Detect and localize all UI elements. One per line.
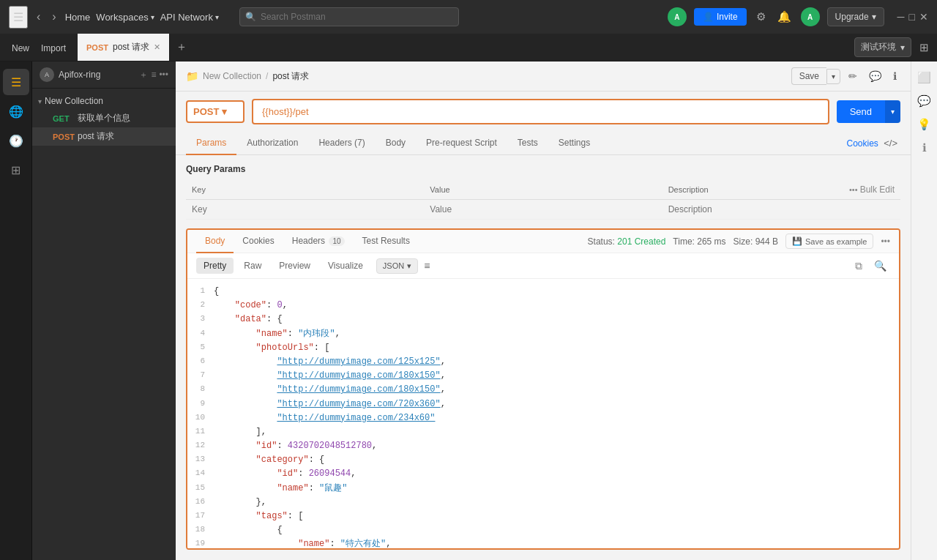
view-tab-preview[interactable]: Preview (272, 258, 318, 274)
code-line-1: 1 { (187, 285, 899, 299)
breadcrumb: 📁 New Collection / post 请求 Save ▾ ✏ 💬 ℹ (176, 61, 911, 92)
tab-headers[interactable]: Headers (7) (308, 132, 375, 155)
upgrade-button[interactable]: Upgrade ▾ (827, 7, 884, 26)
format-button[interactable]: ≡ (421, 258, 433, 273)
more-button[interactable]: ••• (159, 69, 168, 81)
tab-close-icon[interactable]: ✕ (154, 42, 160, 52)
sidebar-actions: ＋ ≡ ••• (139, 69, 168, 81)
topbar-right: A 👤 Invite ⚙ 🔔 A Upgrade ▾ ─ □ ✕ (668, 7, 928, 26)
right-panel-layout-btn[interactable]: ⬜ (914, 67, 935, 88)
desc-input[interactable] (668, 204, 895, 214)
code-button[interactable]: </> (881, 135, 900, 152)
send-dropdown-button[interactable]: ▾ (885, 100, 900, 123)
response-view-tabs: Pretty Raw Preview Visualize JSON ▾ ≡ ⧉ … (187, 253, 899, 279)
tab-params[interactable]: Params (186, 132, 236, 155)
mock-icon[interactable]: ⊞ (3, 157, 29, 183)
settings-icon[interactable]: ⚙ (754, 8, 768, 26)
sidebar-header: A Apifox-ring ＋ ≡ ••• (32, 61, 176, 89)
collection-item-post[interactable]: POST post 请求 (32, 127, 176, 146)
right-panel-info-btn[interactable]: ℹ (914, 138, 935, 158)
tab-authorization[interactable]: Authorization (236, 132, 308, 155)
user-avatar: A (668, 7, 687, 26)
code-line-19: 19 "name": "特六有处", (187, 537, 899, 548)
workspaces-dropdown[interactable]: Workspaces ▾ (96, 12, 154, 23)
sidebar-username: Apifox-ring (59, 70, 100, 80)
edit-button[interactable]: ✏ (845, 67, 861, 85)
sort-button[interactable]: ≡ (151, 69, 156, 81)
close-button[interactable]: ✕ (919, 11, 928, 23)
method-selector[interactable]: POST ▾ (186, 100, 244, 123)
breadcrumb-collection[interactable]: New Collection (203, 71, 261, 81)
comment-button[interactable]: 💬 (865, 67, 885, 85)
req-tabs-right: Cookies </> (847, 135, 901, 152)
layout-icon[interactable]: ⊞ (917, 39, 931, 56)
tab-pre-request[interactable]: Pre-request Script (416, 132, 507, 155)
right-panel-lightbulb-btn[interactable]: 💡 (914, 114, 935, 135)
resp-tab-test-results[interactable]: Test Results (354, 230, 419, 253)
maximize-button[interactable]: □ (909, 11, 915, 23)
sidebar-user: A Apifox-ring (40, 67, 100, 82)
collection-item-get[interactable]: GET 获取单个信息 (32, 109, 176, 127)
environment-selector[interactable]: 测试环境 ▾ (854, 37, 911, 57)
collection-name: New Collection (45, 96, 103, 106)
tab-settings[interactable]: Settings (548, 132, 600, 155)
resp-tab-headers[interactable]: Headers 10 (283, 230, 354, 253)
response-size: Size: 944 B (733, 236, 778, 247)
active-tab[interactable]: POST post 请求 ✕ (78, 34, 170, 61)
save-button[interactable]: Save (791, 67, 826, 85)
save-dropdown-button[interactable]: ▾ (826, 69, 840, 84)
code-line-11: 11 ], (187, 425, 899, 439)
api-network-dropdown[interactable]: API Network ▾ (160, 12, 219, 23)
back-button[interactable]: ‹ (34, 9, 43, 25)
tab-tests[interactable]: Tests (507, 132, 548, 155)
menu-icon[interactable]: ☰ (9, 6, 28, 29)
collections-icon[interactable]: ☰ (3, 69, 29, 95)
method-label: POST (193, 106, 219, 117)
notifications-icon[interactable]: 🔔 (775, 8, 794, 26)
history-icon[interactable]: 🕐 (3, 127, 29, 154)
response-more-button[interactable]: ••• (881, 236, 890, 247)
home-link[interactable]: Home (65, 12, 91, 23)
environments-icon[interactable]: 🌐 (3, 98, 29, 124)
collection-group[interactable]: ▾ New Collection (32, 93, 176, 109)
item-name-get: 获取单个信息 (78, 112, 130, 124)
view-tab-visualize[interactable]: Visualize (321, 258, 370, 274)
col-description: Description (662, 180, 776, 200)
view-tab-raw[interactable]: Raw (236, 258, 269, 274)
invite-button[interactable]: 👤 Invite (694, 8, 747, 26)
cookies-link[interactable]: Cookies (847, 138, 878, 149)
resp-tab-cookies[interactable]: Cookies (234, 230, 283, 253)
code-line-9: 9 "http://dummyimage.com/720x360", (187, 397, 899, 411)
send-button[interactable]: Send (837, 100, 885, 123)
add-tab-button[interactable]: ＋ (170, 40, 193, 55)
breadcrumb-current: post 请求 (272, 70, 309, 83)
code-line-8: 8 "http://dummyimage.com/180x150", (187, 383, 899, 397)
bulk-edit-link[interactable]: Bulk Edit (860, 184, 895, 195)
import-button[interactable]: Import (35, 41, 72, 54)
resp-tab-body[interactable]: Body (196, 230, 234, 253)
new-request-button[interactable]: New (6, 41, 35, 54)
copy-response-button[interactable]: ⧉ (851, 258, 866, 274)
tab-body[interactable]: Body (376, 132, 416, 155)
value-input[interactable] (430, 204, 656, 214)
response-body-editor[interactable]: 1 { 2 "code": 0, 3 "data": { 4 "name": "… (187, 279, 899, 548)
url-input[interactable] (253, 100, 828, 123)
view-tab-pretty[interactable]: Pretty (196, 258, 234, 274)
add-collection-button[interactable]: ＋ (139, 69, 148, 81)
invite-icon: 👤 (703, 12, 714, 22)
bulk-dots: ••• (849, 185, 858, 194)
save-example-button[interactable]: 💾 Save as example (785, 234, 873, 249)
info-button[interactable]: ℹ (889, 67, 900, 85)
search-response-button[interactable]: 🔍 (870, 258, 890, 274)
right-panel-chat-btn[interactable]: 💬 (914, 91, 935, 111)
key-input[interactable] (192, 204, 418, 214)
breadcrumb-separator: / (266, 71, 268, 81)
headers-count-badge: 10 (329, 236, 344, 246)
second-avatar: A (801, 7, 820, 26)
json-format-selector[interactable]: JSON ▾ (376, 258, 418, 274)
minimize-button[interactable]: ─ (897, 11, 905, 23)
code-line-13: 13 "category": { (187, 453, 899, 467)
content-area: 📁 New Collection / post 请求 Save ▾ ✏ 💬 ℹ … (176, 61, 911, 560)
search-input[interactable] (239, 7, 459, 26)
forward-button[interactable]: › (49, 9, 59, 25)
